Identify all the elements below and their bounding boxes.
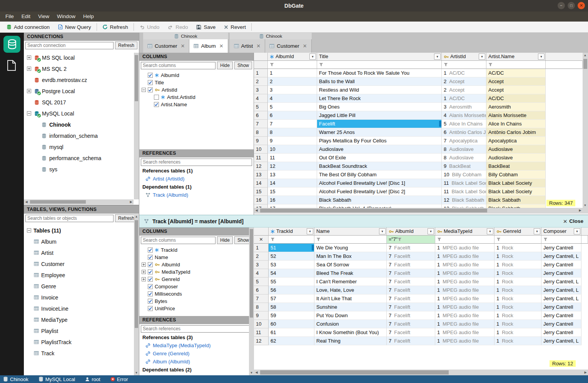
- tab-close-icon[interactable]: ✕: [181, 43, 185, 49]
- row-number[interactable]: 7: [254, 294, 269, 303]
- reference-link-genre-genreid[interactable]: Genre (GenreId): [139, 350, 254, 358]
- grid-cell[interactable]: 17: [268, 204, 317, 208]
- scroll-left-icon[interactable]: ◀: [254, 370, 259, 375]
- grid-cell[interactable]: 1Rock: [494, 311, 541, 320]
- column-header-mediatypeid[interactable]: MediaTypeId▾: [435, 227, 494, 236]
- checkbox-checked-icon[interactable]: [148, 262, 153, 267]
- checkbox-checked-icon[interactable]: [148, 255, 153, 260]
- grid-cell[interactable]: Alanis Morissette: [486, 111, 546, 120]
- grid-cell[interactable]: Black Sabbath: [317, 196, 442, 204]
- grid-cell[interactable]: 7Facelift: [387, 252, 435, 261]
- checkbox-checked-icon[interactable]: [154, 102, 159, 107]
- column-toggle-name[interactable]: Name: [139, 254, 254, 261]
- grid-cell[interactable]: 1MPEG audio file: [435, 311, 494, 320]
- grid-cell[interactable]: 55: [269, 278, 314, 286]
- grid-cell[interactable]: Jerry Cantrell: [541, 311, 581, 320]
- grid-cell[interactable]: 1: [268, 69, 317, 77]
- minimize-button[interactable]: −: [558, 2, 565, 9]
- column-dropdown-icon[interactable]: ▾: [538, 54, 545, 60]
- grid-cell[interactable]: Alcohol Fueled Brewtality Live! [Disc 1]: [317, 179, 442, 187]
- column-dropdown-icon[interactable]: ▾: [487, 228, 493, 234]
- hide-column-button[interactable]: Hide: [217, 236, 233, 244]
- album-grid-hscrollbar[interactable]: ◀ ▶: [254, 208, 583, 213]
- status-item-chinook[interactable]: Chinook: [3, 376, 28, 382]
- connection-item-mysql-local[interactable]: MySQL Local: [24, 108, 139, 119]
- grid-cell[interactable]: Big Ones: [317, 103, 442, 111]
- checkbox-checked-icon[interactable]: [148, 248, 153, 253]
- grid-cell[interactable]: Accept: [486, 86, 546, 94]
- table-item-album[interactable]: Album: [24, 236, 139, 247]
- row-number[interactable]: 9: [254, 137, 268, 145]
- row-number[interactable]: 6: [254, 286, 269, 294]
- grid-cell[interactable]: 2Accept: [442, 86, 486, 94]
- grid-cell[interactable]: 8Audioslave: [442, 154, 486, 162]
- database-item-sys[interactable]: sys: [24, 164, 139, 175]
- grid-cell[interactable]: 61: [269, 328, 314, 337]
- row-number[interactable]: 5: [254, 278, 269, 286]
- menu-item-help[interactable]: Help: [79, 12, 98, 22]
- row-number[interactable]: 4: [254, 269, 269, 278]
- connections-hscrollbar[interactable]: ◀ ▶: [24, 199, 134, 204]
- reference-link-mediatype-mediatypeid[interactable]: MediaType (MediaTypeId): [139, 341, 254, 350]
- grid-cell[interactable]: Facelift: [317, 120, 442, 128]
- grid-cell[interactable]: 3: [268, 86, 317, 94]
- grid-cell[interactable]: Jerry Cantrell, L: [541, 337, 581, 345]
- column-dropdown-icon[interactable]: ▾: [428, 228, 434, 234]
- grid-cell[interactable]: Jerry Cantrell: [541, 269, 581, 278]
- column-toggle-title[interactable]: Title: [139, 79, 254, 86]
- grid-cell[interactable]: 7Facelift: [387, 269, 435, 278]
- grid-cell[interactable]: 7Facelift: [387, 320, 435, 328]
- grid-cell[interactable]: 1Rock: [494, 252, 541, 261]
- connections-vscrollbar[interactable]: [134, 53, 139, 199]
- checkbox-checked-icon[interactable]: [148, 284, 153, 289]
- grid-cell[interactable]: Alcohol Fueled Brewtality Live! [Disc 2]: [317, 187, 442, 196]
- column-header-genreid[interactable]: GenreId▾: [494, 227, 541, 236]
- grid-cell[interactable]: 6Antônio Carlos J: [442, 128, 486, 137]
- grid-cell[interactable]: 7Facelift: [387, 294, 435, 303]
- grid-cell[interactable]: 7Facelift: [387, 311, 435, 320]
- grid-cell[interactable]: 1MPEG audio file: [435, 278, 494, 286]
- row-number[interactable]: 8: [254, 303, 269, 311]
- grid-cell[interactable]: 6: [268, 111, 317, 120]
- scroll-left-icon[interactable]: ◀: [24, 199, 29, 204]
- tree-expander-icon[interactable]: [142, 88, 146, 92]
- grid-cell[interactable]: Sunshine: [314, 303, 387, 311]
- column-toggle-trackid[interactable]: TrackId: [139, 246, 254, 254]
- column-header-albumid[interactable]: AlbumId▾: [268, 53, 317, 61]
- hide-column-button[interactable]: Hide: [217, 62, 233, 69]
- connection-item-ms-sql-2[interactable]: MS SQL 2: [24, 63, 139, 74]
- reference-link-track-albumid[interactable]: Track (AlbumId): [139, 191, 254, 199]
- grid-cell[interactable]: Jerry Cantrell: [541, 328, 581, 337]
- reference-link-artist-artistid[interactable]: Artist (ArtistId): [139, 175, 254, 183]
- column-dropdown-icon[interactable]: ▾: [309, 54, 316, 60]
- grid-cell[interactable]: Aerosmith: [486, 103, 546, 111]
- row-number[interactable]: 5: [254, 103, 268, 111]
- scrollbar-thumb[interactable]: [135, 220, 138, 328]
- tab-close-icon[interactable]: ✕: [256, 43, 261, 49]
- grid-cell[interactable]: 58: [269, 303, 314, 311]
- table-item-mediatype[interactable]: MediaType: [24, 314, 139, 325]
- scroll-down-icon[interactable]: ▼: [134, 370, 139, 375]
- tab-customer[interactable]: Customer✕: [143, 39, 189, 53]
- grid-cell[interactable]: Love, Hate, Love: [314, 286, 387, 294]
- table-item-customer[interactable]: Customer: [24, 258, 139, 269]
- grid-cell[interactable]: 8Audioslave: [442, 145, 486, 154]
- filter-input-mediatypeid[interactable]: [435, 236, 494, 244]
- grid-cell[interactable]: 51: [269, 244, 314, 252]
- grid-cell[interactable]: 7Facelift: [387, 244, 435, 252]
- grid-cell[interactable]: 54: [269, 269, 314, 278]
- row-number[interactable]: 4: [254, 94, 268, 103]
- grid-cell[interactable]: 10: [268, 145, 317, 154]
- grid-cell[interactable]: I Know Somethin (Bout You): [314, 328, 387, 337]
- toolbar-new-query[interactable]: New Query: [54, 22, 95, 32]
- grid-cell[interactable]: 7Facelift: [387, 278, 435, 286]
- database-item-chinook[interactable]: Chinook: [24, 119, 139, 130]
- row-number[interactable]: 8: [254, 128, 268, 137]
- reference-link-album-albumid[interactable]: Album (AlbumId): [139, 358, 254, 366]
- scroll-up-icon[interactable]: ▲: [583, 53, 588, 58]
- database-item-performance-schema[interactable]: performance_schema: [24, 152, 139, 164]
- grid-cell[interactable]: Billy Cobham: [486, 171, 546, 179]
- grid-cell[interactable]: 10Billy Cobham: [442, 171, 486, 179]
- database-nav-icon[interactable]: [3, 36, 20, 53]
- grid-cell[interactable]: AC/DC: [486, 94, 546, 103]
